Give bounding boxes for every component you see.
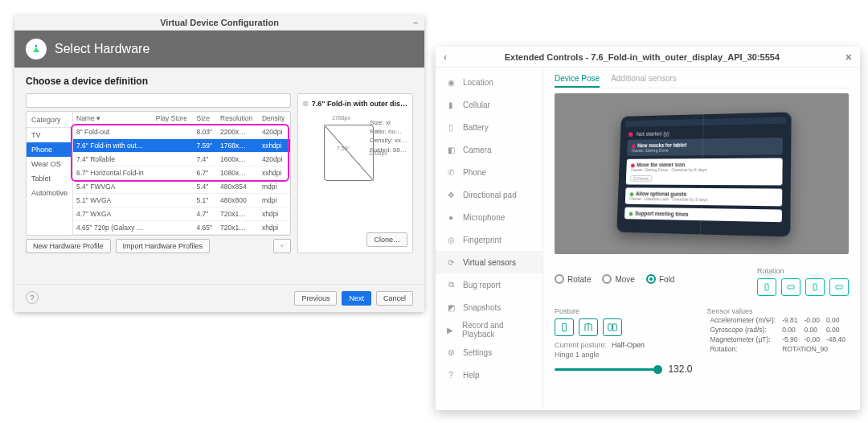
device-cell-size: 8.03" [193, 125, 217, 139]
rotation-270-button[interactable] [829, 278, 849, 296]
android-studio-icon [26, 39, 47, 60]
device-row[interactable]: 5.1" WVGA5.1"480x800mdpi [73, 194, 290, 207]
posture-open-button[interactable] [603, 318, 622, 336]
device-cell-play [153, 207, 194, 221]
vdc-subtitle: Choose a device definition [26, 76, 413, 87]
sidebar-item-cellular[interactable]: ▮Cellular [436, 93, 542, 116]
posture-closed-button[interactable] [555, 318, 574, 336]
col-playstore[interactable]: Play Store [153, 112, 194, 125]
device-cell-play [153, 194, 194, 207]
phone-icon: ✆ [445, 166, 457, 178]
category-phone[interactable]: Phone [27, 142, 72, 157]
category-wear-os[interactable]: Wear OS [27, 157, 72, 171]
device-cell-res: 2200x… [217, 125, 259, 139]
device-cell-res: 1080x… [217, 166, 259, 180]
import-hardware-profiles-button[interactable]: Import Hardware Profiles [116, 239, 211, 253]
vdc-titlebar: Virtual Device Configuration – [14, 14, 424, 31]
svg-rect-4 [788, 285, 794, 289]
device-cell-name: 6.7" Horizontal Fold-in [73, 166, 153, 180]
radio-fold[interactable]: Fold [646, 274, 674, 284]
help-button[interactable]: ? [26, 291, 39, 304]
previous-button[interactable]: Previous [294, 291, 337, 306]
svg-rect-2 [306, 102, 308, 105]
rotation-label: Rotation [757, 267, 849, 275]
sidebar-item-location[interactable]: ◉Location [436, 71, 542, 93]
hinge-angle-slider[interactable] [555, 368, 661, 371]
sidebar-item-directional-pad[interactable]: ✥Directional pad [436, 183, 542, 206]
device-cell-name: 5.1" WVGA [73, 194, 153, 207]
posture-halfopen-button[interactable] [579, 318, 598, 336]
device-preview-panel: 7.6" Fold-in with outer dis… 1768px 7.59… [297, 93, 413, 253]
sidebar-item-label: Fingerprint [463, 236, 502, 244]
tab-device-pose[interactable]: Device Pose [555, 74, 600, 88]
col-name[interactable]: Name ▾ [73, 112, 153, 125]
device-row[interactable]: 6.7" Horizontal Fold-in6.7"1080x…xxhdpi [73, 166, 290, 180]
sidebar-item-label: Help [463, 371, 480, 380]
sidebar-item-microphone[interactable]: ●Microphone [436, 206, 542, 228]
pose-canvas[interactable]: Not started (y) New mocks for tabletOwne… [555, 93, 849, 254]
mock-card: Allow optional guestsOwner: Likeable Lar… [625, 187, 783, 206]
device-cell-density: xxhdpi [259, 139, 290, 153]
sidebar-item-snapshots[interactable]: ◩Snapshots [436, 296, 542, 318]
sidebar-item-label: Snapshots [463, 303, 501, 312]
sensor-values-table: Accelerometer (m/s²):-9.81-0.000.00 Gyro… [706, 315, 849, 354]
sidebar-item-fingerprint[interactable]: ◎Fingerprint [436, 228, 542, 251]
device-row[interactable]: 5.4" FWVGA5.4"480x854mdpi [73, 180, 290, 194]
dim-height: 2208px [369, 150, 387, 156]
device-table: Name ▾ Play Store Size Resolution Densit… [73, 112, 290, 235]
posture-buttons [555, 318, 692, 336]
radio-move[interactable]: Move [602, 274, 634, 284]
sidebar-item-camera[interactable]: ◧Camera [436, 138, 542, 161]
ec-main-panel: Device Pose Additional sensors Not start… [543, 68, 860, 410]
sidebar-item-phone[interactable]: ✆Phone [436, 161, 542, 183]
ec-tabs: Device Pose Additional sensors [555, 74, 849, 88]
tab-additional-sensors[interactable]: Additional sensors [611, 74, 677, 88]
col-size[interactable]: Size [193, 112, 217, 125]
device-row[interactable]: 4.7" WXGA4.7"720x1…xhdpi [73, 207, 290, 221]
sidebar-item-record-and-playback[interactable]: ▶Record and Playback [436, 318, 542, 341]
radio-rotate[interactable]: Rotate [555, 274, 591, 284]
clone-button[interactable]: Clone… [366, 232, 407, 247]
back-icon[interactable]: ‹ [444, 51, 447, 63]
category-tv[interactable]: TV [27, 128, 72, 142]
sidebar-item-battery[interactable]: ▯Battery [436, 116, 542, 138]
device-cell-size: 5.1" [193, 194, 217, 207]
virtual-device-config-window: Virtual Device Configuration – Select Ha… [14, 14, 424, 312]
sidebar-item-settings[interactable]: ⚙Settings [436, 341, 542, 363]
category-tablet[interactable]: Tablet [27, 171, 72, 186]
minimize-icon[interactable]: – [413, 14, 418, 31]
sidebar-item-label: Location [463, 78, 493, 87]
device-cell-size: 4.7" [193, 207, 217, 221]
next-button[interactable]: Next [342, 291, 371, 306]
preview-title: 7.6" Fold-in with outer dis… [312, 100, 407, 108]
device-row[interactable]: 7.4" Rollable7.4"1600x…420dpi [73, 153, 290, 166]
sidebar-item-help[interactable]: ?Help [436, 363, 542, 386]
sidebar-item-label: Virtual sensors [463, 258, 516, 267]
cancel-button[interactable]: Cancel [376, 291, 413, 306]
close-icon[interactable]: × [845, 51, 852, 64]
cellular-icon: ▮ [445, 99, 457, 110]
sidebar-item-virtual-sensors[interactable]: ⟳Virtual sensors [436, 251, 542, 273]
rotation-0-button[interactable] [757, 278, 776, 296]
device-row[interactable]: 4.65" 720p (Galaxy …4.65"720x1…xhdpi [73, 221, 290, 235]
device-cell-size: 7.4" [193, 153, 217, 166]
rotation-180-button[interactable] [805, 278, 825, 296]
sidebar-item-label: Battery [463, 123, 489, 132]
new-hardware-profile-button[interactable]: New Hardware Profile [26, 239, 111, 253]
rotation-90-button[interactable] [781, 278, 800, 296]
sidebar-item-bug-report[interactable]: ⧉Bug report [436, 273, 542, 296]
dimension-diagram: 1768px 7.59" 2208px [317, 118, 365, 187]
category-automotive[interactable]: Automotive [27, 186, 72, 200]
refresh-button[interactable] [273, 239, 291, 253]
dim-width: 1768px [317, 115, 365, 121]
device-3d-model[interactable]: Not started (y) New mocks for tabletOwne… [616, 112, 791, 236]
sidebar-item-label: Cellular [463, 101, 490, 109]
col-resolution[interactable]: Resolution [217, 112, 259, 125]
col-density[interactable]: Density [259, 112, 290, 125]
device-search-input[interactable] [26, 93, 291, 108]
location-icon: ◉ [445, 76, 457, 88]
device-row[interactable]: 8" Fold-out8.03"2200x…420dpi [73, 125, 290, 139]
dim-diagonal: 7.59" [337, 146, 350, 151]
battery-icon: ▯ [445, 121, 457, 133]
device-row[interactable]: 7.6" Fold-in with out…7.59"1768x…xxhdpi [73, 139, 290, 153]
